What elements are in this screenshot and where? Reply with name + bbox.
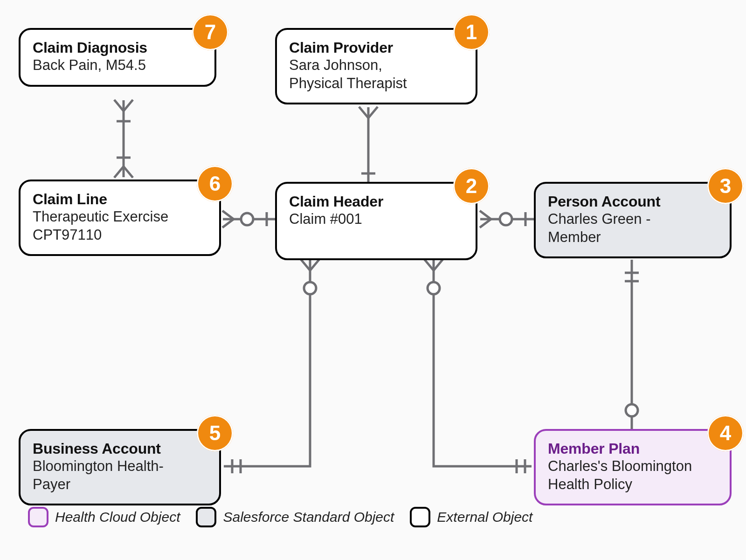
edge-person-memberplan	[625, 260, 639, 429]
badge: 3	[707, 168, 744, 204]
svg-line-13	[222, 219, 234, 228]
svg-point-15	[241, 213, 253, 225]
svg-line-8	[359, 107, 368, 118]
box-title: Claim Header	[289, 193, 463, 210]
edge-line-header	[222, 211, 275, 228]
box-claim-provider: Claim Provider Sara Johnson,Physical The…	[275, 28, 477, 104]
box-title: Member Plan	[548, 440, 718, 457]
legend-external: External Object	[410, 507, 532, 527]
box-detail: Claim #001	[289, 210, 463, 228]
svg-point-34	[626, 404, 638, 416]
svg-line-1	[114, 100, 124, 111]
box-title: Claim Line	[33, 191, 207, 208]
svg-line-12	[222, 211, 234, 219]
box-title: Business Account	[33, 440, 207, 457]
svg-line-27	[434, 259, 443, 270]
box-title: Claim Diagnosis	[33, 39, 202, 56]
box-detail: Back Pain, M54.5	[33, 56, 202, 75]
box-detail: Charles's BloomingtonHealth Policy	[548, 457, 718, 494]
box-detail: Sara Johnson,Physical Therapist	[289, 56, 463, 93]
svg-line-26	[424, 259, 434, 270]
box-person-account: Person Account Charles Green -Member 3	[534, 182, 732, 258]
svg-line-2	[124, 100, 133, 111]
box-member-plan: Member Plan Charles's BloomingtonHealth …	[534, 429, 732, 505]
badge: 6	[197, 166, 233, 202]
edge-provider-header	[359, 107, 378, 182]
svg-line-9	[368, 107, 378, 118]
svg-line-4	[124, 166, 133, 178]
edge-header-person	[480, 211, 534, 228]
box-detail: Charles Green -Member	[548, 210, 718, 247]
edge-header-business	[224, 259, 319, 473]
legend-label: Salesforce Standard Object	[223, 509, 394, 525]
box-title: Claim Provider	[289, 39, 463, 56]
svg-line-3	[114, 166, 124, 178]
legend-health: Health Cloud Object	[28, 507, 180, 527]
legend-label: External Object	[437, 509, 532, 525]
legend-standard: Salesforce Standard Object	[196, 507, 394, 527]
svg-point-30	[428, 282, 440, 294]
svg-point-20	[500, 213, 512, 225]
swatch-external-icon	[410, 507, 430, 527]
edge-diagnosis-line	[114, 100, 133, 178]
badge: 2	[453, 168, 490, 204]
badge: 4	[707, 415, 744, 451]
svg-line-22	[310, 259, 319, 270]
erd-canvas: Claim Diagnosis Back Pain, M54.5 7 Claim…	[0, 0, 746, 560]
badge: 1	[453, 14, 490, 50]
box-detail: Bloomington Health-Payer	[33, 457, 207, 494]
legend-label: Health Cloud Object	[55, 509, 180, 525]
badge: 5	[197, 415, 233, 451]
svg-line-17	[480, 211, 491, 219]
swatch-health-icon	[28, 507, 48, 527]
svg-point-25	[304, 282, 316, 294]
svg-line-21	[301, 259, 310, 270]
box-claim-line: Claim Line Therapeutic ExerciseCPT97110 …	[19, 180, 221, 256]
box-business-account: Business Account Bloomington Health-Paye…	[19, 429, 221, 505]
svg-line-18	[480, 219, 491, 228]
box-detail: Therapeutic ExerciseCPT97110	[33, 208, 207, 244]
legend: Health Cloud Object Salesforce Standard …	[28, 507, 532, 527]
edge-header-memberplan	[424, 259, 532, 473]
swatch-standard-icon	[196, 507, 216, 527]
box-claim-header: Claim Header Claim #001 2	[275, 182, 477, 260]
box-claim-diagnosis: Claim Diagnosis Back Pain, M54.5 7	[19, 28, 216, 87]
box-title: Person Account	[548, 193, 718, 210]
badge: 7	[192, 14, 228, 50]
